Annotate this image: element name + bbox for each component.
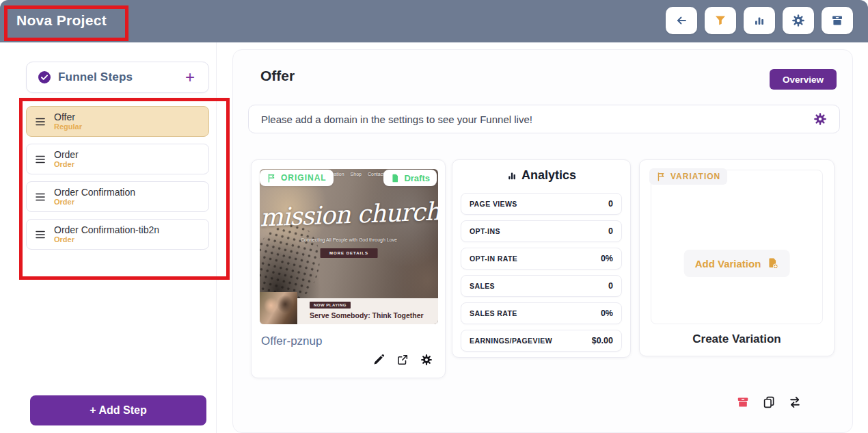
page-name-link[interactable]: Offer-pznup: [261, 334, 322, 348]
stat-value: 0%: [601, 254, 613, 263]
bar-chart-icon: [752, 14, 766, 27]
funnel-step-actions: [736, 395, 802, 409]
stat-label: OPT-IN RATE: [470, 254, 517, 263]
archive-button[interactable]: [822, 7, 853, 34]
step-title: Order Confirmation: [54, 187, 135, 198]
analytics-title: Analytics: [521, 168, 576, 183]
step-title: Offer: [54, 111, 82, 122]
filter-button[interactable]: [705, 7, 736, 34]
delete-archive-icon[interactable]: [736, 395, 750, 409]
step-title: Order: [54, 149, 79, 160]
swap-arrows-icon[interactable]: [788, 395, 802, 409]
drafts-badge[interactable]: Drafts: [383, 170, 437, 186]
sidebar-item-order-confirmation[interactable]: Order Confirmation Order: [26, 181, 209, 212]
add-variation-label: Add Variation: [695, 258, 761, 270]
step-type: Order: [54, 198, 135, 207]
analytics-header: Analytics: [452, 168, 630, 183]
step-type: Order: [54, 160, 79, 169]
stat-value: 0: [608, 226, 613, 236]
stat-row-earnings-pageview: EARNINGS/PAGEVIEW $0.00: [461, 330, 622, 352]
check-circle-icon: [38, 70, 51, 84]
funnel-steps-title: Funnel Steps: [58, 70, 182, 84]
preview-now-playing-badge: NOW PLAYING: [310, 302, 351, 309]
project-title: Nova Project: [16, 12, 107, 29]
drag-handle-icon[interactable]: [35, 117, 46, 127]
gear-icon: [791, 14, 805, 27]
external-link-icon[interactable]: [396, 354, 409, 366]
stat-value: 0: [608, 281, 613, 291]
domain-settings-gear-icon[interactable]: [813, 112, 827, 126]
add-funnel-step-icon[interactable]: +: [182, 69, 198, 86]
flag-icon: [267, 173, 277, 183]
stat-value: 0: [608, 199, 613, 209]
drag-handle-icon[interactable]: [35, 192, 46, 202]
stat-row-sales: SALES 0: [461, 275, 622, 297]
preview-thumbnail-image: [260, 292, 297, 324]
arrow-left-icon: [675, 14, 688, 27]
funnel-steps-panel-header: Funnel Steps +: [26, 62, 209, 93]
bar-chart-icon: [506, 170, 517, 181]
analytics-button[interactable]: [744, 7, 775, 34]
analytics-card: Analytics PAGE VIEWS 0 OPT-INS 0 OPT-IN …: [452, 159, 631, 358]
stat-value: 0%: [601, 309, 613, 318]
funnel-icon: [714, 14, 727, 27]
preview-tagline: Connecting All People with God through L…: [260, 237, 438, 242]
archive-box-icon: [830, 14, 844, 27]
badge-row: ORIGINAL Drafts: [252, 170, 445, 186]
analytics-rows: PAGE VIEWS 0 OPT-INS 0 OPT-IN RATE 0% SA…: [461, 193, 622, 357]
stat-row-sales-rate: SALES RATE 0%: [461, 302, 622, 324]
header-actions: [666, 7, 853, 34]
original-badge: ORIGINAL: [260, 170, 334, 186]
variation-dropzone: Add Variation: [651, 170, 823, 324]
settings-button[interactable]: [783, 7, 814, 34]
variation-badge: VARIATION: [649, 168, 727, 185]
page-settings-gear-icon[interactable]: [420, 354, 433, 366]
variation-card: VARIATION Add Variation Create Variation: [639, 159, 835, 356]
stat-value: $0.00: [592, 336, 613, 345]
add-step-button[interactable]: + Add Step: [30, 395, 206, 425]
step-type: Regular: [54, 122, 82, 131]
original-page-card: ORIGINAL Drafts Home Pages Blog Donation…: [251, 159, 446, 378]
create-variation-caption: Create Variation: [640, 332, 834, 346]
stat-row-opt-ins: OPT-INS 0: [461, 220, 622, 242]
preview-heading: mission church: [260, 197, 438, 231]
copy-document-icon: [766, 257, 778, 270]
domain-banner: Please add a domain in the settings to s…: [248, 105, 840, 133]
stat-label: SALES: [470, 282, 495, 290]
edit-pencil-icon[interactable]: [372, 354, 385, 366]
stat-row-opt-in-rate: OPT-IN RATE 0%: [461, 248, 622, 270]
drafts-badge-label: Drafts: [404, 173, 430, 183]
stat-row-page-views: PAGE VIEWS 0: [461, 193, 622, 215]
drag-handle-icon[interactable]: [35, 230, 46, 239]
header-bar: Nova Project: [0, 0, 868, 42]
page-actions: [372, 354, 433, 366]
sidebar-item-offer[interactable]: Offer Regular: [26, 106, 209, 137]
add-variation-button[interactable]: Add Variation: [684, 250, 790, 277]
sidebar-item-order-confirmation-tib2n[interactable]: Order Confirmation-tib2n Order: [26, 219, 209, 250]
overview-button[interactable]: Overview: [770, 69, 837, 90]
document-icon: [390, 173, 400, 183]
domain-banner-text: Please add a domain in the settings to s…: [261, 114, 813, 125]
page-preview-image[interactable]: Home Pages Blog Donation Shop Contacts m…: [260, 169, 438, 324]
preview-strip-title: Serve Somebody: Think Together: [310, 311, 424, 319]
sidebar-item-order[interactable]: Order Order: [26, 144, 209, 174]
preview-cta-button: MORE DETAILS: [320, 248, 378, 258]
stat-label: PAGE VIEWS: [470, 200, 517, 208]
original-badge-label: ORIGINAL: [281, 173, 327, 183]
page-title: Offer: [260, 68, 295, 84]
step-title: Order Confirmation-tib2n: [54, 224, 159, 235]
flag-icon: [656, 172, 666, 182]
variation-badge-label: VARIATION: [670, 172, 720, 181]
stat-label: EARNINGS/PAGEVIEW: [470, 337, 552, 345]
step-type: Order: [54, 235, 159, 244]
app-window: Nova Project: [0, 0, 868, 433]
stat-label: SALES RATE: [470, 309, 517, 317]
duplicate-copy-icon[interactable]: [762, 395, 776, 409]
main-panel: Offer Overview Please add a domain in th…: [232, 49, 853, 433]
stat-label: OPT-INS: [470, 227, 500, 235]
back-button[interactable]: [666, 7, 697, 34]
drag-handle-icon[interactable]: [35, 155, 46, 164]
